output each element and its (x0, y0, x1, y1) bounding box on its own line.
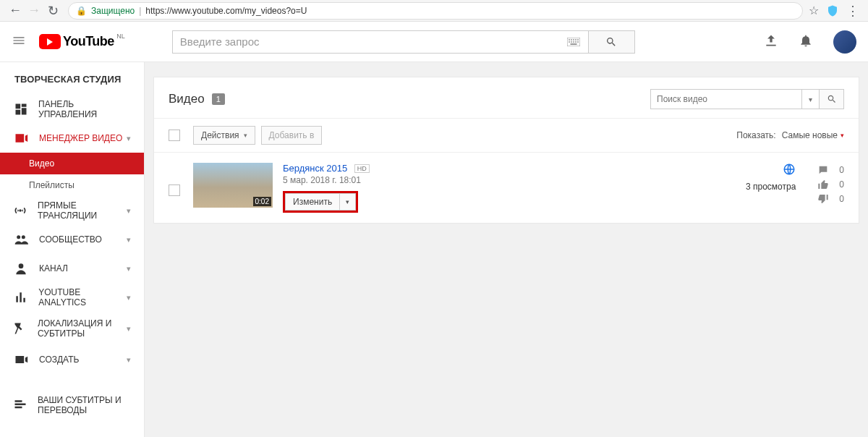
create-icon (13, 352, 29, 367)
video-date: 5 мар. 2018 г. 18:01 (283, 175, 370, 185)
dislike-icon (817, 193, 829, 205)
contributions-icon (13, 398, 27, 412)
row-checkbox[interactable] (169, 184, 180, 196)
sidebar-item-translations[interactable]: ЛОКАЛИЗАЦИЯ И СУБТИТРЫ ▾ (0, 312, 144, 345)
forward-button[interactable]: → (25, 1, 43, 20)
svg-rect-7 (571, 41, 572, 43)
comment-count: 0 (839, 165, 844, 175)
edit-button-highlight: Изменить ▾ (283, 191, 358, 213)
chevron-down-icon: ▾ (127, 206, 131, 216)
svg-rect-5 (577, 39, 579, 41)
video-row: 0:02 Бердянск 2015 HD 5 мар. 2018 г. 18:… (154, 153, 859, 223)
svg-rect-10 (577, 41, 579, 43)
chevron-down-icon: ▾ (127, 134, 131, 143)
svg-point-15 (19, 263, 24, 268)
sidebar-item-your-contributions[interactable]: ВАШИ СУБТИТРЫ И ПЕРЕВОДЫ (0, 389, 144, 422)
sidebar: ТВОРЧЕСКАЯ СТУДИЯ ПАНЕЛЬ УПРАВЛЕНИЯ МЕНЕ… (0, 62, 145, 437)
extension-shield-icon[interactable] (826, 4, 839, 17)
dislike-count: 0 (839, 194, 844, 204)
video-stats: 3 просмотра 0 0 0 (699, 163, 844, 213)
live-icon (13, 203, 27, 218)
youtube-play-icon (39, 34, 61, 49)
video-thumbnail[interactable]: 0:02 (193, 163, 273, 208)
back-button[interactable]: ← (6, 1, 25, 20)
video-search-button[interactable] (820, 89, 844, 109)
channel-icon (13, 261, 29, 276)
svg-rect-4 (575, 39, 576, 41)
chevron-down-icon: ▾ (127, 293, 131, 302)
page-title: Видео (169, 92, 205, 106)
sort-button[interactable]: Самые новые▾ (782, 130, 844, 140)
chevron-down-icon: ▾ (127, 355, 131, 365)
videos-panel: Видео 1 ▾ Действия▾ Добавить в Показать:… (153, 77, 859, 224)
comment-icon (817, 164, 829, 176)
notifications-icon[interactable] (799, 33, 813, 50)
svg-point-12 (19, 209, 21, 211)
main-content: Видео 1 ▾ Действия▾ Добавить в Показать:… (145, 62, 868, 437)
translate-icon (13, 321, 27, 336)
sidebar-title: ТВОРЧЕСКАЯ СТУДИЯ (0, 67, 144, 95)
address-bar[interactable]: 🔒 Защищено | https://www.youtube.com/my_… (68, 2, 803, 20)
svg-point-14 (22, 235, 25, 239)
sidebar-item-channel[interactable]: КАНАЛ ▾ (0, 254, 144, 283)
sidebar-sub-videos[interactable]: Видео (0, 153, 144, 174)
keyboard-icon[interactable] (559, 30, 588, 54)
svg-rect-1 (569, 39, 570, 41)
svg-rect-8 (573, 41, 574, 43)
svg-point-13 (17, 235, 20, 239)
sidebar-sub-playlists[interactable]: Плейлисты (0, 174, 144, 196)
svg-rect-11 (570, 43, 576, 45)
video-search-dropdown[interactable]: ▾ (802, 89, 820, 109)
sidebar-item-video-manager[interactable]: МЕНЕДЖЕР ВИДЕО ▾ (0, 124, 144, 153)
community-icon (13, 232, 29, 247)
sidebar-item-create[interactable]: СОЗДАТЬ ▾ (0, 345, 144, 374)
select-all-checkbox[interactable] (169, 130, 180, 141)
svg-rect-3 (573, 39, 574, 41)
svg-rect-9 (575, 41, 576, 43)
toolbar: Действия▾ Добавить в Показать: Самые нов… (154, 118, 859, 153)
add-to-button[interactable]: Добавить в (261, 126, 323, 145)
search-input[interactable] (172, 30, 559, 54)
video-manager-icon (13, 131, 29, 145)
lock-icon: 🔒 (76, 6, 87, 16)
search-button[interactable] (588, 30, 635, 54)
youtube-header: YouTube NL (0, 22, 868, 62)
video-count-badge: 1 (212, 93, 225, 105)
sidebar-item-community[interactable]: СООБЩЕСТВО ▾ (0, 225, 144, 254)
video-duration: 0:02 (253, 197, 271, 206)
browser-menu-icon[interactable]: ⋮ (846, 3, 859, 19)
hd-badge: HD (354, 164, 370, 173)
chevron-down-icon: ▾ (127, 235, 131, 245)
actions-button[interactable]: Действия▾ (193, 126, 255, 145)
browser-chrome: ← → ↻ 🔒 Защищено | https://www.youtube.c… (0, 0, 868, 22)
sidebar-item-analytics[interactable]: YOUTUBE ANALYTICS ▾ (0, 283, 144, 312)
upload-icon[interactable] (764, 33, 778, 50)
view-count: 3 просмотра (746, 182, 796, 192)
show-label: Показать: (736, 130, 775, 140)
reload-button[interactable]: ↻ (43, 1, 62, 20)
edit-dropdown[interactable]: ▾ (340, 193, 356, 211)
url-text: https://www.youtube.com/my_videos?o=U (145, 6, 307, 16)
chevron-down-icon: ▾ (127, 264, 131, 273)
svg-rect-6 (569, 41, 570, 43)
like-icon (817, 179, 829, 190)
avatar[interactable] (833, 30, 856, 54)
secure-label: Защищено (91, 6, 135, 16)
youtube-logo[interactable]: YouTube NL (39, 34, 114, 49)
bookmark-icon[interactable]: ☆ (809, 4, 819, 17)
dashboard-icon (13, 102, 28, 116)
sidebar-item-dashboard[interactable]: ПАНЕЛЬ УПРАВЛЕНИЯ (0, 95, 144, 124)
svg-rect-2 (571, 39, 572, 41)
edit-button[interactable]: Изменить (285, 193, 340, 211)
video-search-input[interactable] (650, 89, 802, 109)
sidebar-item-live[interactable]: ПРЯМЫЕ ТРАНСЛЯЦИИ ▾ (0, 196, 144, 225)
video-title-link[interactable]: Бердянск 2015 (283, 163, 347, 174)
search-bar (172, 30, 635, 54)
menu-icon[interactable] (12, 33, 26, 50)
public-icon (783, 163, 796, 176)
like-count: 0 (839, 179, 844, 190)
analytics-icon (13, 290, 28, 305)
chevron-down-icon: ▾ (127, 324, 131, 334)
